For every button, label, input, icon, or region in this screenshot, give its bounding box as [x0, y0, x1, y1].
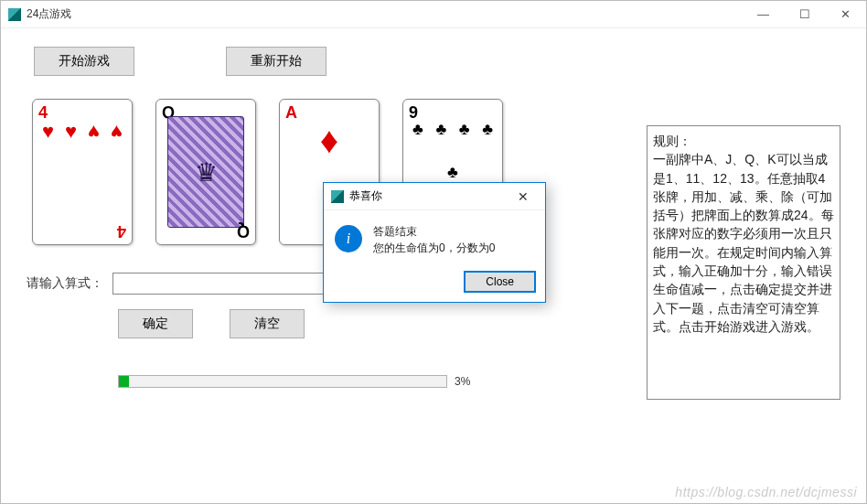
main-window: 24点游戏 — ☐ ✕ 开始游戏 重新开始 4 ♥♥♥♥ 4 Q ♛ Q A: [0, 0, 867, 504]
dialog-title: 恭喜你: [349, 188, 382, 204]
dialog-line2: 您的生命值为0，分数为0: [373, 240, 495, 256]
restart-button[interactable]: 重新开始: [226, 47, 326, 76]
dialog-message: 答题结束 您的生命值为0，分数为0: [373, 223, 495, 256]
app-icon: [8, 8, 21, 21]
card-1: 4 ♥♥♥♥ 4: [32, 99, 133, 245]
start-button[interactable]: 开始游戏: [34, 47, 134, 76]
maximize-button[interactable]: ☐: [784, 1, 825, 28]
card-rank-bottom: Q: [237, 221, 250, 241]
queen-face-icon: ♛: [167, 116, 244, 228]
card-rank-bottom: 4: [117, 221, 126, 241]
confirm-button[interactable]: 确定: [118, 309, 193, 338]
titlebar: 24点游戏 — ☐ ✕: [1, 1, 866, 28]
progress-fill: [119, 376, 129, 387]
dialog-close-button[interactable]: Close: [464, 271, 536, 293]
minimize-button[interactable]: —: [743, 1, 784, 28]
message-dialog: 恭喜你 ✕ i 答题结束 您的生命值为0，分数为0 Close: [323, 182, 546, 303]
watermark: https://blog.csdn.net/dcjmessi: [675, 485, 857, 499]
dialog-line1: 答题结束: [373, 223, 495, 240]
clear-button[interactable]: 清空: [230, 309, 305, 338]
rules-title: 规则：: [653, 134, 691, 148]
rules-text: 一副牌中A、J、Q、K可以当成是1、11、12、13。任意抽取4张牌，用加、减、…: [653, 152, 834, 334]
heart-icon: ♥♥♥♥: [42, 120, 123, 224]
close-button[interactable]: ✕: [825, 1, 866, 28]
progress-label: 3%: [455, 375, 470, 388]
progress-bar: [118, 375, 447, 388]
window-title: 24点游戏: [27, 6, 743, 22]
dialog-app-icon: [331, 190, 344, 203]
card-2: Q ♛ Q: [155, 99, 256, 245]
dialog-close-icon[interactable]: ✕: [508, 185, 538, 209]
input-label: 请输入算式：: [27, 275, 103, 292]
info-icon: i: [335, 225, 362, 252]
rules-panel: 规则： 一副牌中A、J、Q、K可以当成是1、11、12、13。任意抽取4张牌，用…: [647, 125, 840, 400]
